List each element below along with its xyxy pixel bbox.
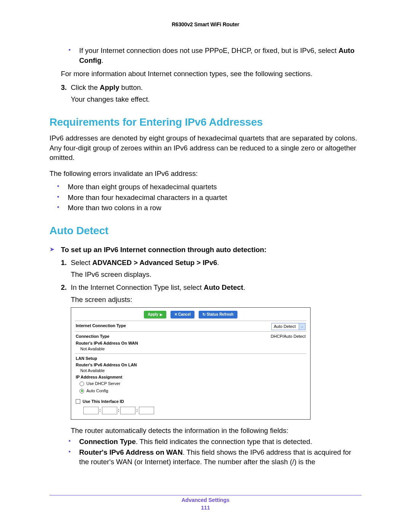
bullet-text: . This field indicates the connection ty… — [136, 438, 312, 446]
ipv6-req-p2: The following errors invalidate an IPv6 … — [49, 169, 362, 179]
interface-id-field[interactable] — [139, 407, 154, 414]
row-connection-type: Connection Type DHCP/Auto Detect — [75, 331, 306, 340]
section-title: LAN Setup — [76, 356, 306, 361]
step-number: 1. — [61, 258, 71, 268]
dropdown-value: Auto Detect — [272, 323, 299, 330]
bullet-text: More than two colons in a row — [68, 203, 362, 213]
row-internet-connection-type: Internet Connection Type Auto Detect ⌄ — [75, 321, 306, 331]
step-text: Click the — [71, 83, 100, 91]
status-refresh-button[interactable]: ↻Status Refresh — [199, 311, 237, 318]
ipv6-err-1: • More than eight groups of hexadecimal … — [57, 182, 362, 192]
bullet-text: . — [102, 56, 104, 64]
bullet-dot-icon: • — [68, 437, 79, 447]
bullet-text: More than eight groups of hexadecimal qu… — [68, 182, 362, 192]
bullet-auto-config: • If your Internet connection does not u… — [68, 46, 362, 65]
more-info-para: For more information about Internet conn… — [61, 69, 362, 79]
interface-id-field[interactable] — [120, 407, 135, 414]
row-value: DHCP/Auto Detect — [271, 334, 306, 339]
screenshot-toolbar: Apply▶ ✕Cancel ↻Status Refresh — [75, 310, 306, 321]
step-text: Select — [71, 259, 92, 267]
autodetect-step-1: 1. Select ADVANCED > Advanced Setup > IP… — [61, 258, 362, 268]
ipv6-screenshot: Apply▶ ✕Cancel ↻Status Refresh Internet … — [71, 307, 311, 420]
radio-use-dhcp[interactable]: Use DHCP Server — [76, 380, 306, 387]
play-icon: ▶ — [160, 313, 162, 316]
row-label: Internet Connection Type — [76, 323, 126, 330]
row-wan-address: Router's IPv6 Address On WAN Not Availab… — [75, 340, 306, 353]
bullet-text: More than four hexadecimal characters in… — [68, 193, 362, 203]
bullet-bold: Router's IPv6 Address on WAN — [79, 448, 183, 456]
row-label: Connection Type — [76, 334, 109, 339]
refresh-icon: ↻ — [202, 312, 206, 316]
heading-auto-detect: Auto Detect — [49, 224, 362, 238]
autodetect-step-1-sub: The IPv6 screen displays. — [71, 270, 362, 280]
step-bold: Apply — [100, 83, 119, 91]
bullet-dot-icon: • — [57, 182, 68, 192]
row-label: Router's IPv6 Address On WAN — [76, 340, 138, 346]
checkbox-label: Use This Interface ID — [83, 399, 124, 404]
lan-setup-section: LAN Setup Router's IPv6 Address On LAN N… — [75, 353, 306, 415]
checkbox-icon — [76, 399, 80, 404]
bullet-dot-icon: • — [68, 447, 79, 467]
bullet-dot-icon: • — [57, 203, 68, 213]
interface-id-field[interactable] — [102, 407, 117, 414]
radio-label: Use DHCP Server — [86, 381, 120, 387]
radio-icon — [80, 389, 84, 393]
step-3: 3. Click the Apply button. — [61, 83, 362, 93]
step-bold: Auto Detect — [204, 283, 243, 291]
page-number: 111 — [0, 505, 411, 511]
ipv6-err-2: • More than four hexadecimal characters … — [57, 193, 362, 203]
radio-selected-icon — [81, 390, 83, 392]
footer-title: Advanced Settings — [0, 497, 411, 503]
heading-ipv6-requirements: Requirements for Entering IPv6 Addresses — [49, 115, 362, 130]
row-label: IP Address Assignment — [76, 374, 306, 380]
after-shot-para: The router automatically detects the inf… — [71, 426, 362, 436]
doc-header: R6300v2 Smart WiFi Router — [49, 21, 362, 27]
triangle-icon: ➤ — [49, 245, 61, 255]
button-label: Cancel — [178, 312, 191, 316]
row-label: Router's IPv6 Address On LAN — [76, 361, 306, 368]
cancel-button[interactable]: ✕Cancel — [170, 311, 194, 318]
detect-field-2: • Router's IPv6 Address on WAN. This fie… — [68, 447, 362, 467]
step-text: In the Internet Connection Type list, se… — [71, 283, 204, 291]
bullet-bold: Connection Type — [79, 438, 136, 446]
step-bold: ADVANCED > Advanced Setup > IPv6 — [92, 259, 217, 267]
bullet-dot-icon: • — [57, 193, 68, 203]
checkbox-use-interface-id[interactable]: Use This Interface ID — [76, 398, 306, 405]
footer-divider — [49, 495, 362, 495]
row-subvalue: Not Available — [76, 368, 306, 374]
ipv6-err-3: • More than two colons in a row — [57, 203, 362, 213]
step-text: . — [243, 283, 245, 291]
interface-id-inputs: : : : — [83, 407, 306, 414]
bullet-text: If your Internet connection does not use… — [79, 46, 338, 54]
task-intro: ➤ To set up an IPv6 Internet connection … — [49, 245, 362, 255]
step-number: 2. — [61, 283, 71, 292]
radio-auto-config[interactable]: Auto Config — [76, 387, 306, 395]
autodetect-step-2-sub: The screen adjusts: — [71, 295, 362, 305]
x-icon: ✕ — [174, 312, 177, 316]
internet-connection-type-dropdown[interactable]: Auto Detect ⌄ — [271, 323, 306, 330]
page-footer: Advanced Settings 111 — [0, 497, 411, 511]
button-label: Apply — [148, 312, 158, 316]
step-number: 3. — [61, 83, 71, 93]
step-text: . — [217, 259, 219, 267]
apply-button[interactable]: Apply▶ — [144, 311, 166, 318]
button-label: Status Refresh — [207, 312, 234, 316]
detect-field-1: • Connection Type. This field indicates … — [68, 437, 362, 447]
radio-icon — [80, 382, 84, 386]
task-label: To set up an IPv6 Internet connection th… — [61, 245, 362, 255]
step-3-sub: Your changes take effect. — [71, 94, 362, 104]
step-text: button. — [119, 83, 143, 91]
chevron-down-icon: ⌄ — [299, 323, 305, 330]
row-subvalue: Not Available — [76, 346, 138, 352]
autodetect-step-2: 2. In the Internet Connection Type list,… — [61, 283, 362, 292]
bullet-dot-icon: • — [68, 46, 79, 65]
ipv6-req-p1: IPv6 addresses are denoted by eight grou… — [49, 133, 362, 163]
radio-label: Auto Config — [86, 388, 108, 394]
interface-id-field[interactable] — [83, 407, 99, 414]
